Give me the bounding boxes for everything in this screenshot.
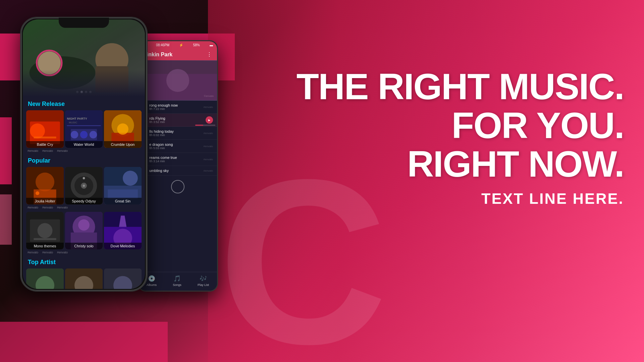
- headline-subtext: TEXT LINE HERE.: [297, 190, 624, 207]
- svg-point-16: [80, 131, 88, 138]
- albums-icon: 💿: [148, 275, 155, 282]
- song-title-2: rds Flying: [149, 116, 206, 120]
- grid-item-christy[interactable]: Christy solo: [65, 212, 103, 249]
- song-info-3: lls hiding today lth 6:02 min: [149, 129, 204, 137]
- hero-gradient-overlay: [23, 70, 145, 97]
- svg-point-26: [36, 191, 39, 195]
- song-info-4: e dragon song lth 5:03 min: [149, 142, 204, 150]
- iphone-hero: [23, 19, 145, 97]
- play-button-2[interactable]: ▶: [206, 116, 213, 124]
- headline-line1: THE RIGHT MUSIC.: [297, 67, 624, 106]
- popular-grid: Joulia Holter Speedy Odysy: [23, 167, 145, 204]
- svg-rect-40: [34, 238, 56, 240]
- status-time: 08:46PM: [156, 43, 169, 47]
- svg-rect-18: [67, 125, 101, 126]
- android-device: ▲ 08:46PM ⚡ 58% ▬ Linkin Park ⋮ ©envato: [138, 40, 218, 292]
- svg-point-15: [71, 131, 78, 138]
- svg-text:MUSIC: MUSIC: [69, 121, 77, 124]
- envato-tag-6: #envato: [56, 205, 69, 210]
- envato-tag-3: #envato: [56, 148, 69, 153]
- song-info-2: rds Flying lth 3:52 min: [149, 116, 206, 124]
- song-meta-2: lth 3:52 min: [149, 120, 206, 124]
- water-world-label: Water World: [65, 141, 103, 148]
- song-item-1[interactable]: 01 rong enough now lth 7:22 min #envato: [139, 101, 217, 114]
- top-artist-title: Top Artist: [23, 255, 145, 268]
- song-item-4[interactable]: 04 e dragon song lth 5:03 min #envato: [139, 140, 217, 153]
- android-home-area: [139, 176, 217, 198]
- song-meta-5: lth 3:14 min: [149, 160, 204, 163]
- svg-point-9: [30, 123, 45, 138]
- android-song-list: 01 rong enough now lth 7:22 min #envato …: [139, 101, 217, 176]
- nav-playlist[interactable]: 🎶 Play List: [198, 275, 209, 287]
- top-artist-grid: [23, 268, 145, 289]
- song-title-3: lls hiding today: [149, 129, 204, 133]
- song-item-5[interactable]: 05 reams come true lth 3:14 min #envato: [139, 153, 217, 166]
- song-item-2[interactable]: 02 rds Flying lth 3:52 min ▶: [139, 114, 217, 127]
- svg-point-35: [123, 171, 138, 186]
- svg-point-22: [117, 123, 128, 135]
- grid-item-joulia[interactable]: Joulia Holter: [26, 167, 64, 204]
- song-item-6[interactable]: 06 umbling sky #envato: [139, 166, 217, 176]
- mono-label: Mono themes: [26, 243, 64, 249]
- grid-item-water-world[interactable]: NIGHT PARTY MUSIC Water World: [65, 110, 103, 148]
- android-status-bar: ▲ 08:46PM ⚡ 58% ▬: [139, 41, 217, 49]
- envato-5: #envato: [204, 158, 213, 161]
- svg-point-44: [78, 219, 90, 231]
- grid-item-mono[interactable]: Mono themes: [26, 212, 64, 249]
- song-meta-3: lth 6:02 min: [149, 133, 204, 137]
- android-app-header: Linkin Park ⋮: [139, 49, 217, 60]
- svg-point-39: [38, 223, 53, 238]
- envato-tag-8: #envato: [41, 250, 54, 255]
- svg-rect-10: [34, 136, 56, 138]
- envato-tag-1: #envato: [26, 148, 40, 153]
- headline-line2: FOR YOU.: [297, 106, 624, 145]
- headline-line3: RIGHT NOW.: [297, 144, 624, 183]
- envato-tag-4: #envato: [26, 205, 40, 210]
- new-release-title: New Release: [23, 97, 145, 110]
- deco-bar-left2: [0, 194, 12, 245]
- song-title-5: reams come true: [149, 156, 204, 160]
- android-hero-image: ©envato: [139, 60, 217, 101]
- grid-item-battle-cry[interactable]: Battle Cry: [26, 110, 64, 148]
- envato-3: #envato: [204, 132, 213, 135]
- playlist-icon: 🎶: [200, 275, 207, 282]
- battery-level: 58%: [193, 43, 200, 47]
- android-app-title: Linkin Park: [144, 52, 172, 58]
- iphone-screen: New Release Battle Cry NIGHT PARTY: [23, 19, 145, 289]
- nav-songs[interactable]: 🎵 Songs: [173, 275, 181, 287]
- envato-1: #envato: [204, 106, 213, 109]
- top-artist-1[interactable]: [26, 268, 64, 289]
- grid-item-speedy[interactable]: Speedy Odysy: [65, 167, 103, 204]
- speedy-label: Speedy Odysy: [65, 198, 103, 204]
- svg-point-24: [36, 173, 54, 191]
- envato-4: #envato: [204, 145, 213, 148]
- bluetooth-icon: ⚡: [179, 43, 183, 47]
- song-title-6: umbling sky: [149, 169, 204, 173]
- song-info-5: reams come true lth 3:14 min: [149, 156, 204, 163]
- svg-point-32: [83, 177, 85, 179]
- phones-container: New Release Battle Cry NIGHT PARTY: [20, 7, 218, 292]
- top-artist-3[interactable]: [104, 268, 142, 289]
- third-grid: Mono themes Christy solo: [23, 212, 145, 249]
- battle-cry-label: Battle Cry: [26, 141, 64, 148]
- headline-container: THE RIGHT MUSIC. FOR YOU. RIGHT NOW. TEX…: [297, 67, 624, 207]
- decorative-bar-bottom: [0, 322, 168, 362]
- svg-point-31: [83, 185, 85, 187]
- top-artist-2-art: [65, 268, 103, 289]
- top-artist-2[interactable]: [65, 268, 103, 289]
- android-home-button[interactable]: [171, 180, 184, 193]
- grid-item-great-sin[interactable]: Great Sin: [104, 167, 142, 204]
- popular-title: Popular: [23, 154, 145, 167]
- iphone-device: New Release Battle Cry NIGHT PARTY: [20, 17, 148, 292]
- crumble-upon-label: Crumble Upon: [104, 141, 142, 148]
- grid-item-dove[interactable]: Dove Melodies: [104, 212, 142, 249]
- new-release-grid: Battle Cry NIGHT PARTY MUSIC Water World: [23, 110, 145, 148]
- svg-rect-36: [108, 189, 138, 199]
- song-item-3[interactable]: 03 lls hiding today lth 6:02 min #envato: [139, 127, 217, 140]
- menu-icon[interactable]: ⋮: [207, 51, 212, 58]
- song-title-4: e dragon song: [149, 142, 204, 146]
- envato-tag-5: #envato: [41, 205, 54, 210]
- top-artist-3-art: [104, 268, 142, 289]
- grid-item-crumble-upon[interactable]: Crumble Upon: [104, 110, 142, 148]
- nav-albums[interactable]: 💿 Albums: [147, 275, 157, 287]
